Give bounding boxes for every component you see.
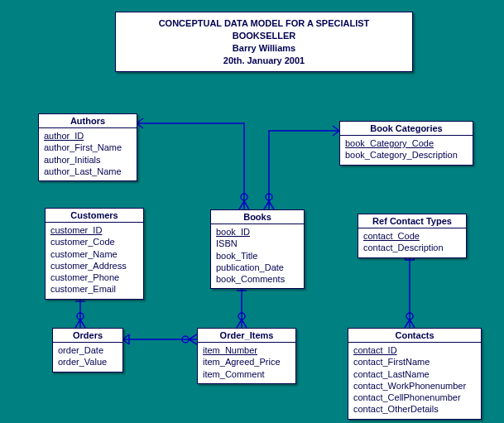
svg-point-5	[182, 336, 189, 343]
entity-attr: author_Last_Name	[44, 166, 132, 177]
entity-attr: customer_Email	[50, 283, 138, 295]
svg-point-3	[77, 313, 84, 320]
entity-attr: contact_ID	[353, 344, 476, 356]
entity-attr: customer_Code	[50, 236, 138, 248]
entity-attr: book_Title	[216, 250, 299, 262]
entity-attr: ISBN	[216, 238, 299, 249]
entity-body-authors: author_IDauthor_First_Nameauthor_Initial…	[39, 128, 137, 180]
entity-contacts: Contacts contact_IDcontact_FirstNamecont…	[348, 328, 482, 420]
entity-attr: publication_Date	[216, 262, 299, 273]
entity-attr: contact_CellPhonenumber	[353, 392, 476, 403]
entity-attr: contact_FirstName	[353, 356, 476, 368]
entity-attr: author_First_Name	[44, 142, 132, 153]
rel-books-orderitems	[237, 284, 247, 328]
entity-attr: contact_Description	[363, 242, 461, 253]
rel-orders-orderitems	[122, 334, 197, 344]
entity-attr: order_Value	[58, 356, 118, 368]
rel-authors-books	[137, 118, 249, 209]
entity-attr: book_Category_Code	[345, 137, 468, 149]
entity-attr: item_Number	[203, 344, 290, 356]
entity-title-customers: Customers	[46, 209, 143, 223]
entity-attr: book_Comments	[216, 273, 299, 285]
svg-point-7	[238, 313, 245, 320]
entity-ref-contact-types: Ref Contact Types contact_Codecontact_De…	[358, 214, 467, 258]
entity-body-orders: order_Dateorder_Value	[53, 343, 122, 372]
entity-attr: contact_LastName	[353, 368, 476, 380]
entity-attr: item_Agreed_Price	[203, 356, 290, 368]
entity-attr: customer_Address	[50, 260, 138, 272]
entity-body-customers: customer_IDcustomer_Codecustomer_Namecus…	[46, 223, 143, 299]
entity-title-book-categories: Book Categories	[340, 122, 473, 136]
entity-attr: order_Date	[58, 344, 118, 356]
entity-attr: customer_Name	[50, 248, 138, 260]
svg-point-9	[406, 313, 413, 320]
entity-books: Books book_IDISBNbook_Titlepublication_D…	[210, 209, 305, 289]
entity-title-authors: Authors	[39, 114, 137, 128]
title-line3: 20th. January 2001	[127, 55, 401, 67]
entity-book-categories: Book Categories book_Category_Codebook_C…	[339, 121, 473, 166]
diagram-canvas: CONCEPTUAL DATA MODEL FOR A SPECIALIST B…	[0, 0, 504, 423]
entity-title-ref-contact-types: Ref Contact Types	[358, 214, 466, 228]
entity-attr: contact_WorkPhonenumber	[353, 380, 476, 392]
entity-body-book-categories: book_Category_Codebook_Category_Descript…	[340, 136, 473, 165]
entity-attr: book_Category_Description	[345, 149, 468, 161]
svg-point-0	[241, 194, 247, 200]
entity-attr: author_ID	[44, 130, 132, 142]
entity-body-order-items: item_Numberitem_Agreed_Priceitem_Comment	[198, 343, 295, 383]
entity-attr: author_Initials	[44, 154, 132, 166]
entity-body-books: book_IDISBNbook_Titlepublication_Dateboo…	[211, 224, 304, 288]
title-box: CONCEPTUAL DATA MODEL FOR A SPECIALIST B…	[115, 12, 413, 72]
entity-attr: customer_Phone	[50, 272, 138, 283]
rel-bookcategories-books	[264, 126, 339, 209]
entity-title-order-items: Order_Items	[198, 329, 295, 343]
entity-attr: contact_Code	[363, 230, 461, 242]
svg-point-1	[266, 194, 272, 200]
entity-body-contacts: contact_IDcontact_FirstNamecontact_LastN…	[348, 343, 481, 419]
entity-title-orders: Orders	[53, 329, 122, 343]
entity-attr: contact_OtherDetails	[353, 403, 476, 415]
entity-attr: item_Comment	[203, 368, 290, 380]
entity-title-books: Books	[211, 210, 304, 224]
entity-body-ref-contact-types: contact_Codecontact_Description	[358, 228, 466, 257]
entity-attr: book_ID	[216, 226, 299, 238]
rel-customers-orders	[75, 296, 85, 328]
entity-order-items: Order_Items item_Numberitem_Agreed_Price…	[197, 328, 296, 384]
entity-orders: Orders order_Dateorder_Value	[52, 328, 123, 373]
entity-authors: Authors author_IDauthor_First_Nameauthor…	[38, 113, 137, 181]
entity-title-contacts: Contacts	[348, 329, 481, 343]
entity-customers: Customers customer_IDcustomer_Codecustom…	[45, 208, 144, 300]
title-line1: CONCEPTUAL DATA MODEL FOR A SPECIALIST B…	[127, 17, 401, 42]
entity-attr: customer_ID	[50, 224, 138, 236]
rel-refcontacttypes-contacts	[405, 253, 415, 328]
title-line2: Barry Williams	[127, 42, 401, 55]
